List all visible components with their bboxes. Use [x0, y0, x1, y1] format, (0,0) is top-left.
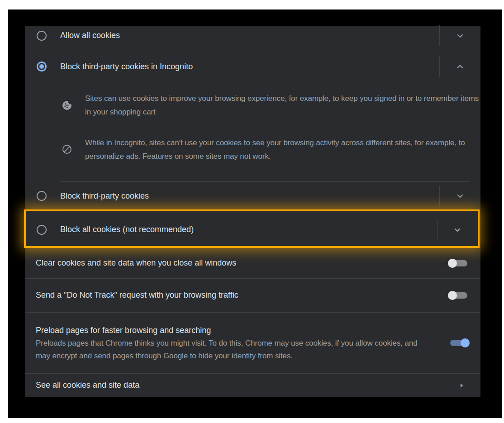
- radio-row-block-third-party-incognito[interactable]: Block third-party cookies in Incognito: [25, 49, 480, 84]
- radio-button-unselected[interactable]: [37, 31, 47, 41]
- toggle-do-not-track[interactable]: [448, 290, 470, 300]
- setting-description: Preloads pages that Chrome thinks you mi…: [36, 337, 434, 362]
- radio-label: Block third-party cookies: [60, 191, 431, 201]
- radio-row-allow-all-cookies[interactable]: Allow all cookies: [25, 22, 480, 49]
- setting-label: Send a "Do Not Track" request with your …: [36, 290, 448, 300]
- chevron-down-icon: [455, 190, 466, 201]
- radio-label: Block third-party cookies in Incognito: [60, 62, 431, 71]
- expand-button[interactable]: [440, 22, 480, 49]
- expand-button[interactable]: [440, 182, 480, 210]
- cookie-option-description: Sites can use cookies to improve your br…: [85, 92, 481, 119]
- radio-button-selected[interactable]: [37, 62, 47, 71]
- toggle-knob: [448, 291, 457, 300]
- toggle-knob: [448, 259, 457, 268]
- cookie-icon: [62, 100, 72, 111]
- setting-label: Preload pages for faster browsing and se…: [36, 323, 434, 337]
- annotation-highlight-box: Block all cookies (not recommended): [24, 209, 480, 248]
- setting-row-do-not-track[interactable]: Send a "Do Not Track" request with your …: [25, 278, 480, 312]
- chevron-up-icon: [455, 61, 466, 72]
- blocked-icon: [62, 144, 72, 155]
- radio-button-unselected[interactable]: [37, 225, 47, 235]
- radio-label: Allow all cookies: [60, 31, 431, 40]
- radio-row-block-third-party[interactable]: Block third-party cookies: [25, 182, 480, 210]
- expand-button[interactable]: [437, 213, 478, 246]
- setting-row-clear-on-close[interactable]: Clear cookies and site data when you clo…: [25, 248, 480, 278]
- toggle-knob: [461, 338, 470, 347]
- toggle-clear-on-close[interactable]: [448, 258, 470, 268]
- chevron-down-icon: [452, 224, 463, 235]
- collapse-button[interactable]: [440, 49, 480, 84]
- radio-row-block-all-cookies[interactable]: Block all cookies (not recommended): [26, 213, 478, 246]
- setting-row-preload-pages[interactable]: Preload pages for faster browsing and se…: [25, 312, 480, 373]
- setting-row-see-all-cookies[interactable]: See all cookies and site data: [25, 373, 480, 397]
- chevron-down-icon: [455, 30, 466, 41]
- radio-label: Block all cookies (not recommended): [60, 225, 428, 234]
- arrow-right-icon: [457, 381, 466, 390]
- setting-label: Clear cookies and site data when you clo…: [36, 258, 448, 268]
- toggle-preload-pages[interactable]: [448, 338, 470, 348]
- screenshot-frame: Allow all cookies Block third-party cook…: [8, 10, 502, 418]
- cookie-settings-panel: Allow all cookies Block third-party cook…: [25, 26, 480, 397]
- incognito-option-description: While in Incognito, sites can't use your…: [85, 136, 481, 163]
- link-label: See all cookies and site data: [36, 380, 457, 390]
- radio-button-unselected[interactable]: [37, 191, 47, 201]
